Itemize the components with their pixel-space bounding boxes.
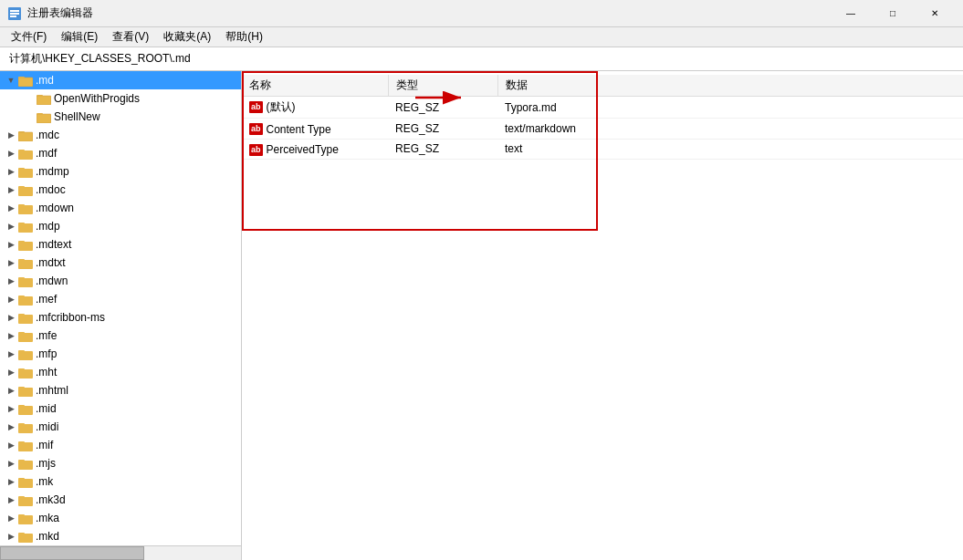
tree-item-mef[interactable]: ▶ .mef (0, 290, 241, 308)
folder-icon-mkd (18, 530, 33, 543)
tree-item-mfcribbon[interactable]: ▶ .mfcribbon-ms (0, 308, 241, 327)
menu-favorites[interactable]: 收藏夹(A) (156, 27, 218, 47)
expand-icon-shellnew (22, 109, 37, 124)
tree-item-mid[interactable]: ▶ .mid (0, 399, 241, 418)
tree-item-mkd[interactable]: ▶ .mkd (0, 527, 241, 545)
table-row[interactable]: ab (默认) REG_SZ Typora.md (242, 97, 963, 119)
tree-label-mfp: .mfp (36, 346, 57, 362)
tree-item-md[interactable]: ▼ .md (0, 71, 241, 89)
svg-rect-19 (18, 168, 25, 171)
menu-bar: 文件(F) 编辑(E) 查看(V) 收藏夹(A) 帮助(H) (0, 27, 963, 47)
tree-label-mk3d: .mk3d (36, 492, 66, 508)
tree-item-mdoc[interactable]: ▶ .mdoc (0, 181, 241, 199)
expand-icon-mdwn: ▶ (4, 274, 18, 288)
col-header-data[interactable]: 数据 (497, 75, 963, 97)
cell-name-default: ab (默认) (242, 97, 388, 119)
menu-view[interactable]: 查看(V) (105, 27, 156, 47)
expand-icon-mk: ▶ (4, 474, 18, 489)
close-button[interactable]: ✕ (914, 0, 956, 27)
tree-item-mht[interactable]: ▶ .mht (0, 363, 241, 381)
tree-panel[interactable]: ▼ .md OpenWithProgids (0, 71, 242, 560)
tree-item-mdtext[interactable]: ▶ .mdtext (0, 235, 241, 254)
tree-label-mdf: .mdf (36, 145, 57, 161)
cell-type-contenttype: REG_SZ (388, 119, 497, 140)
tree-item-mif[interactable]: ▶ .mif (0, 436, 241, 454)
folder-icon-mdoc (18, 183, 33, 196)
tree-item-mdown[interactable]: ▶ .mdown (0, 199, 241, 217)
tree-label-mht: .mht (36, 364, 57, 380)
svg-rect-57 (18, 514, 25, 517)
expand-icon-mkd: ▶ (4, 529, 18, 544)
folder-icon-mfcribbon (18, 311, 33, 324)
menu-file[interactable]: 文件(F) (4, 27, 54, 47)
svg-rect-31 (18, 277, 25, 280)
folder-icon-mdmp (18, 165, 33, 178)
menu-edit[interactable]: 编辑(E) (54, 27, 105, 47)
cell-type-perceivedtype: REG_SZ (388, 139, 497, 160)
tree-item-mjs[interactable]: ▶ .mjs (0, 454, 241, 472)
col-header-name[interactable]: 名称 (242, 75, 388, 97)
maximize-button[interactable]: □ (872, 0, 914, 27)
minimize-button[interactable]: — (830, 0, 872, 27)
tree-item-mdf[interactable]: ▶ .mdf (0, 144, 241, 162)
svg-rect-43 (18, 387, 25, 389)
tree-label-mif: .mif (36, 437, 53, 453)
table-row[interactable]: ab PerceivedType REG_SZ text (242, 139, 963, 160)
folder-icon-mdwn (18, 275, 33, 287)
tree-item-mfp[interactable]: ▶ .mfp (0, 345, 241, 363)
tree-item-mhtml[interactable]: ▶ .mhtml (0, 381, 241, 399)
expand-icon-mfe: ▶ (4, 328, 18, 343)
svg-rect-23 (18, 204, 25, 207)
folder-icon-mdtxt (18, 256, 33, 269)
folder-icon-mdtext (18, 238, 33, 251)
expand-icon-mka: ▶ (4, 511, 18, 525)
tree-label-mdc: .mdc (36, 127, 59, 143)
tree-item-mdtxt[interactable]: ▶ .mdtxt (0, 254, 241, 272)
folder-icon-mk (18, 475, 33, 488)
tree-item-mfe[interactable]: ▶ .mfe (0, 327, 241, 345)
expand-icon-mfp: ▶ (4, 347, 18, 361)
expand-icon-mdtxt: ▶ (4, 255, 18, 270)
table-row[interactable]: ab Content Type REG_SZ text/markdown (242, 119, 963, 140)
tree-label-mfcribbon: .mfcribbon-ms (36, 309, 105, 326)
folder-icon-mdown (18, 202, 33, 214)
svg-rect-53 (18, 478, 25, 481)
tree-item-mdp[interactable]: ▶ .mdp (0, 217, 241, 235)
expand-icon-mdoc: ▶ (4, 182, 18, 197)
folder-icon-openwithprogids (37, 92, 51, 105)
tree-item-mdmp[interactable]: ▶ .mdmp (0, 162, 241, 181)
cell-data-default: Typora.md (497, 97, 963, 119)
registry-table: 名称 类型 数据 ab (默认) REG_SZ Typora.md (242, 75, 963, 160)
tree-label-mka: .mka (36, 510, 59, 526)
tree-item-openwithprogids[interactable]: OpenWithProgids (0, 89, 241, 108)
expand-icon-mfcribbon: ▶ (4, 310, 18, 325)
expand-icon-midi: ▶ (4, 420, 18, 434)
svg-rect-39 (18, 350, 25, 353)
svg-rect-35 (18, 314, 25, 316)
tree-label-mk: .mk (36, 473, 53, 490)
tree-item-mk3d[interactable]: ▶ .mk3d (0, 491, 241, 509)
svg-rect-29 (18, 259, 25, 262)
tree-item-mka[interactable]: ▶ .mka (0, 509, 241, 527)
folder-icon-mfp (18, 347, 33, 360)
tree-label-mhtml: .mhtml (36, 382, 68, 399)
menu-help[interactable]: 帮助(H) (218, 27, 270, 47)
svg-rect-45 (18, 405, 25, 408)
svg-rect-8 (37, 95, 43, 98)
tree-item-mdc[interactable]: ▶ .mdc (0, 126, 241, 144)
cell-data-contenttype: text/markdown (497, 119, 963, 140)
svg-rect-2 (10, 13, 19, 15)
tree-item-midi[interactable]: ▶ .midi (0, 418, 241, 436)
tree-label-mdtxt: .mdtxt (36, 254, 66, 271)
expand-icon-mdmp: ▶ (4, 164, 18, 179)
tree-item-mdwn[interactable]: ▶ .mdwn (0, 272, 241, 290)
cell-type-default: REG_SZ (388, 97, 497, 119)
ab-icon-contenttype: ab (249, 123, 263, 135)
tree-item-mk[interactable]: ▶ .mk (0, 472, 241, 491)
svg-rect-5 (18, 77, 25, 79)
tree-item-shellnew[interactable]: ShellNew (0, 108, 241, 126)
main-area: ▼ .md OpenWithProgids (0, 71, 963, 560)
col-header-type[interactable]: 类型 (388, 75, 497, 97)
svg-rect-14 (18, 131, 25, 134)
folder-icon-mjs (18, 457, 33, 470)
